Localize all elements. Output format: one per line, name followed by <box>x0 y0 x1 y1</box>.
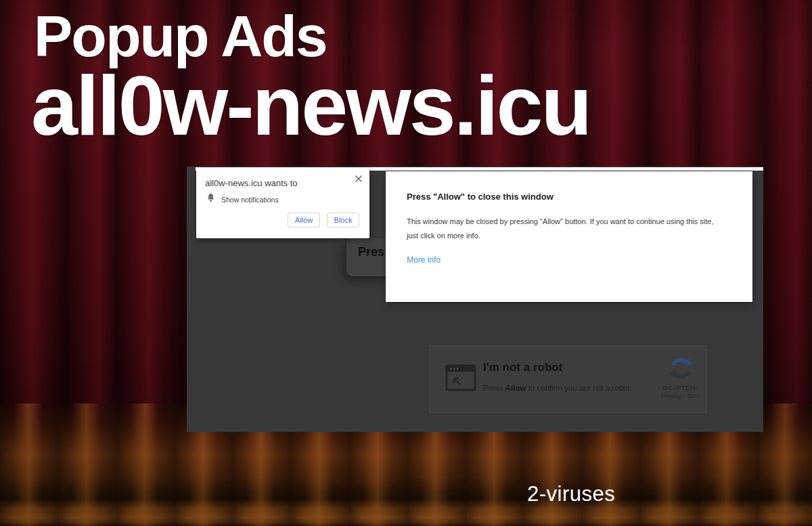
recaptcha-logo-icon <box>669 370 692 382</box>
captcha-instruction-allow: Allow <box>505 384 526 392</box>
recaptcha-brand-label: reCAPTCHA <box>657 384 704 391</box>
notification-permission-dialog: all0w-news.icu wants to Show notificatio… <box>196 168 369 238</box>
notification-permission-row: Show notifications <box>206 193 279 206</box>
close-icon[interactable] <box>355 173 363 181</box>
notification-buttons: Allow Block <box>288 213 359 227</box>
captcha-box: I'm not a robot Press Allow to confirm y… <box>429 345 707 413</box>
watermark: 2-viruses <box>527 482 615 506</box>
popup-panel: Press "Allow" to close this window This … <box>386 171 752 302</box>
recaptcha-privacy-terms[interactable]: Privacy - Term <box>657 393 704 399</box>
captcha-instruction-prefix: Press <box>483 384 505 392</box>
browser-window-icon <box>445 364 476 395</box>
allow-button[interactable]: Allow <box>288 213 320 227</box>
more-info-link[interactable]: More info <box>407 255 441 265</box>
popup-body: This window may be closed by pressing "A… <box>407 215 714 243</box>
browser-screenshot: Press Press "Allow" to close this window… <box>187 167 763 432</box>
hero-domain: all0w-news.icu <box>31 64 590 148</box>
notification-permission-label: Show notifications <box>221 196 279 204</box>
block-button[interactable]: Block <box>327 213 359 227</box>
captcha-instruction: Press Allow to confirm you are not a rob… <box>483 384 632 392</box>
popup-heading: Press "Allow" to close this window <box>407 192 554 202</box>
hero-title: Popup Ads <box>34 7 327 65</box>
notification-dialog-title: all0w-news.icu wants to <box>205 178 298 188</box>
page: Popup Ads all0w-news.icu Press Press "Al… <box>0 0 812 526</box>
captcha-instruction-suffix: to confirm you are not a robot. <box>526 384 632 392</box>
popup-body-line2: just click on more info. <box>407 229 714 243</box>
captcha-heading: I'm not a robot <box>483 361 562 374</box>
recaptcha-badge: reCAPTCHA Privacy - Term <box>657 357 704 399</box>
bell-icon <box>206 193 215 206</box>
popup-body-line1: This window may be closed by pressing "A… <box>407 215 714 229</box>
